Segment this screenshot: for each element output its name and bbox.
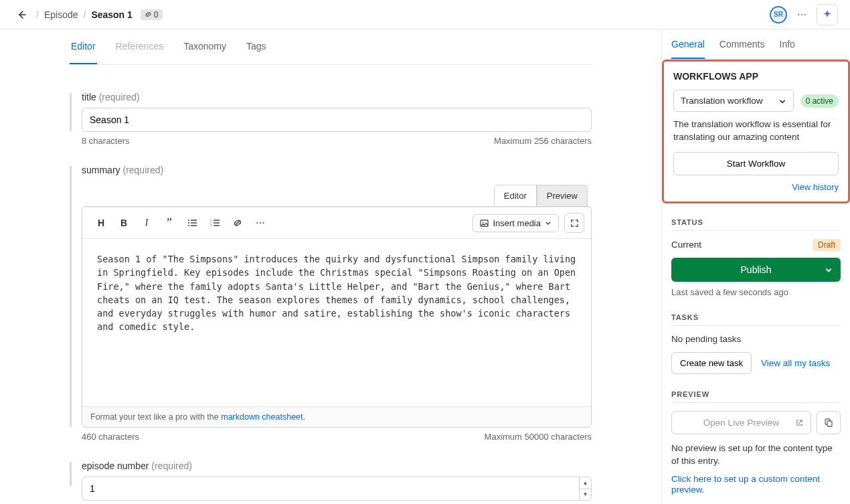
workflow-select-row: Translation workflow 0 active (673, 90, 839, 112)
workflow-select[interactable]: Translation workflow (673, 90, 794, 112)
sidebar-tab-comments[interactable]: Comments (719, 39, 765, 59)
list-unordered-icon[interactable] (187, 218, 197, 228)
markdown-cheatsheet-link[interactable]: markdown cheatsheet (221, 412, 303, 422)
toolbar-group-format: H B I ” 123 (89, 218, 266, 228)
list-ordered-icon[interactable]: 123 (209, 218, 220, 228)
episode-label: episode number (required) (82, 460, 592, 471)
episode-input-wrap: ▲ ▼ (82, 477, 592, 501)
publish-button[interactable]: Publish (671, 258, 841, 282)
workflow-active-badge: 0 active (800, 94, 839, 108)
view-history-link[interactable]: View history (792, 182, 839, 192)
workflow-description: The translation workflow is essential fo… (673, 118, 839, 144)
crumb-sep: / (36, 9, 39, 20)
field-episode-number: episode number (required) ▲ ▼ (70, 460, 592, 501)
link-icon[interactable] (232, 218, 243, 228)
svg-rect-1 (191, 220, 197, 220)
external-link-icon (795, 418, 804, 427)
sidebar-tabs: General Comments Info (662, 29, 850, 60)
status-row: Current Draft (671, 239, 841, 251)
sidebar: General Comments Info WORKFLOWS APP Tran… (661, 29, 850, 504)
chevron-down-icon (778, 97, 786, 105)
bold-icon[interactable]: B (118, 218, 129, 228)
svg-rect-5 (191, 225, 197, 226)
tasks-section: TASKS No pending tasks Create new task V… (671, 313, 841, 374)
status-section: STATUS Current Draft Publish Last saved … (671, 218, 841, 297)
workflows-heading: WORKFLOWS APP (673, 71, 839, 82)
open-live-preview-button[interactable]: Open Live Preview (671, 411, 811, 434)
sidebar-tab-general[interactable]: General (671, 39, 705, 59)
preview-heading: PREVIEW (671, 390, 841, 403)
summary-tab-preview[interactable]: Preview (537, 185, 588, 206)
copy-preview-url-button[interactable] (817, 411, 841, 434)
expand-editor-button[interactable] (564, 213, 584, 233)
summary-label: summary (required) (82, 165, 592, 175)
more-format-icon[interactable]: ⋯ (255, 218, 266, 228)
preview-description: No preview is set up for the content typ… (671, 442, 841, 468)
svg-rect-7 (214, 222, 220, 223)
step-up[interactable]: ▲ (580, 477, 591, 489)
insert-media-button[interactable]: Insert media (473, 214, 559, 232)
svg-point-13 (483, 222, 484, 223)
view-all-tasks-link[interactable]: View all my tasks (761, 358, 830, 368)
svg-rect-8 (214, 225, 220, 226)
back-button[interactable] (12, 5, 31, 24)
references-badge[interactable]: 0 (141, 9, 163, 20)
episode-number-input[interactable] (82, 477, 592, 501)
topbar-left: / Episode / Season 1 0 (12, 5, 163, 24)
summary-editor: H B I ” 123 (82, 206, 592, 428)
references-count: 0 (154, 10, 159, 19)
crumb-parent[interactable]: Episode (44, 9, 78, 20)
copy-icon (824, 418, 833, 427)
svg-rect-6 (214, 220, 220, 220)
summary-footer: Format your text like a pro with the mar… (82, 406, 591, 427)
step-down[interactable]: ▼ (580, 489, 591, 501)
summary-tab-editor[interactable]: Editor (494, 185, 537, 206)
summary-toolbar: H B I ” 123 (82, 207, 591, 239)
field-summary: summary (required) Editor Preview H B I … (70, 165, 592, 442)
sidebar-tab-info[interactable]: Info (780, 39, 795, 59)
number-steppers: ▲ ▼ (579, 477, 591, 500)
title-label: title (required) (82, 92, 592, 102)
status-badge: Draft (813, 239, 841, 251)
quote-icon[interactable]: ” (164, 218, 175, 228)
heading-icon[interactable]: H (96, 218, 106, 228)
status-current-label: Current (671, 240, 701, 250)
start-workflow-button[interactable]: Start Workflow (673, 152, 839, 175)
sidebar-body: WORKFLOWS APP Translation workflow 0 act… (662, 60, 850, 504)
user-avatar[interactable]: SR (770, 6, 787, 23)
svg-point-4 (188, 225, 189, 226)
toolbar-right: Insert media (473, 213, 584, 233)
workflows-app-section: WORKFLOWS APP Translation workflow 0 act… (662, 60, 850, 203)
summary-helper: 460 characters Maximum 50000 characters (82, 432, 592, 442)
layout: Editor References Taxonomy Tags title (r… (0, 29, 850, 504)
topbar: / Episode / Season 1 0 SR ⋯ (0, 0, 850, 29)
summary-content[interactable]: Season 1 of "The Simpsons" introduces th… (82, 239, 591, 406)
form-area: title (required) 8 characters Maximum 25… (70, 65, 592, 504)
title-input[interactable] (82, 108, 592, 132)
tasks-actions: Create new task View all my tasks (671, 352, 841, 374)
ai-assist-button[interactable] (817, 4, 838, 25)
italic-icon[interactable]: I (141, 218, 152, 228)
more-menu-button[interactable]: ⋯ (792, 5, 811, 24)
svg-rect-15 (827, 421, 832, 426)
setup-preview-link[interactable]: Click here to set up a custom content pr… (671, 474, 820, 495)
last-saved-text: Last saved a few seconds ago (671, 287, 841, 297)
tab-references[interactable]: References (114, 29, 165, 64)
summary-max: Maximum 50000 characters (485, 432, 592, 442)
tab-taxonomy[interactable]: Taxonomy (182, 29, 228, 64)
svg-point-0 (188, 220, 189, 221)
workflow-history: View history (673, 182, 839, 192)
tab-tags[interactable]: Tags (245, 29, 268, 64)
crumb-sep: / (83, 9, 86, 20)
main-panel: Editor References Taxonomy Tags title (r… (0, 29, 661, 504)
create-task-button[interactable]: Create new task (671, 352, 752, 374)
tasks-pending-text: No pending tasks (671, 334, 841, 344)
tab-editor[interactable]: Editor (70, 29, 97, 64)
preview-actions: Open Live Preview (671, 411, 841, 434)
title-helper: 8 characters Maximum 256 characters (82, 136, 592, 146)
title-char-count: 8 characters (82, 136, 130, 146)
main-tabs: Editor References Taxonomy Tags (70, 29, 592, 65)
svg-text:3: 3 (210, 224, 211, 227)
summary-char-count: 460 characters (82, 432, 139, 442)
topbar-right: SR ⋯ (770, 4, 838, 25)
